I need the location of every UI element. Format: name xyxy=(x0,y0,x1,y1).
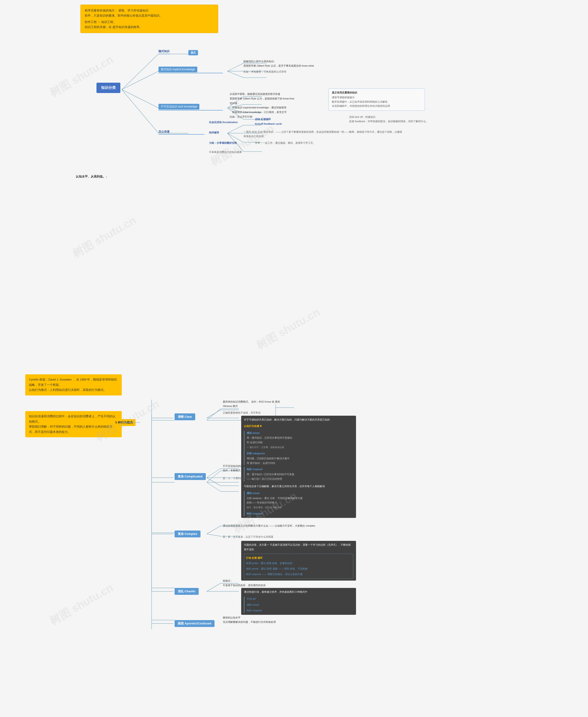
tacit-dark-box: 真正有用且重要的知识 课堂手课面积接接示 数学应用题中：从已知手段应用到用相应公… xyxy=(329,88,425,111)
kickoff-detail: 启动 kick off：传递知识 反馈 feedback：对学的接到想法，知识能… xyxy=(349,115,441,123)
svg-line-37 xyxy=(207,409,220,420)
complex-dark-box: 问题的决策，决方案一 不是被不是清楚可以见识的，需要一个学习的过程（无序式）、不… xyxy=(241,541,356,581)
branch-how: 怎么传递 xyxy=(159,130,169,133)
mode-chaotic-node: 混乱 Chaotic xyxy=(174,588,199,595)
five-modes-node: 5 种行为模式 xyxy=(112,419,135,426)
tutor-label: 结对辅导 xyxy=(209,131,219,134)
explicit-sub2: 比如：求知接受，三角形面积公式等等 xyxy=(244,70,287,73)
branch-tacit: 不可言说知识 tacit knowledge xyxy=(159,104,200,109)
branch-implicit: 隐式知识 xyxy=(159,49,169,53)
node-explicit-sub: 显式 xyxy=(188,50,198,55)
svg-line-26 xyxy=(227,133,244,142)
complicated-dark-box: 可能包含多个正确解案，解决方案之间存在关系，但并非每个人都能解清 感知 sens… xyxy=(241,482,356,518)
svg-line-71 xyxy=(207,534,220,536)
complicated-nature: 是：大、小系列简单问题，多个清楚模式的结合 xyxy=(223,477,276,480)
branch-explicit: 显式知识 explicit knowledge xyxy=(159,67,197,72)
complex-hard: 是：多、交叉复杂，认定了不存在什么东西器 xyxy=(223,535,273,539)
svg-line-2 xyxy=(122,71,159,89)
svg-line-67 xyxy=(207,478,220,486)
svg-line-8 xyxy=(227,63,244,71)
mode-clear-node: 清晰 Clear xyxy=(174,414,195,420)
center-node-1: 知识分类 xyxy=(97,83,120,93)
svg-line-12 xyxy=(227,71,244,78)
share-label: 大组：分享项结最好过程 xyxy=(209,141,237,145)
socialization-label: 社会化活动 Socialization xyxy=(209,121,238,124)
tutor-desc: 一系列 自动 互动 项目培训，——上到了某个数量的某标的东西，在这边经能清楚知道… xyxy=(244,130,404,138)
svg-line-45 xyxy=(207,482,220,491)
consumer-note-box: 知识在传递和消费的过程中，会在知识的消费者上，产生不同的认知模式。 帮助我们理解… xyxy=(25,411,122,437)
svg-line-63 xyxy=(207,468,220,478)
svg-line-69 xyxy=(207,526,220,534)
svg-line-6 xyxy=(122,89,159,133)
cynefin-framework-box: Cynefin 框架：David J. Snowden ， 在 1999 年，围… xyxy=(25,374,122,396)
clear-desc: 最简单的知识消费模式。 也叫：IKIO Know 或 显然 Obvious 模式 xyxy=(223,400,287,408)
svg-line-41 xyxy=(207,471,220,482)
complex-desc: 通过反观探索真正识别和解决方案什么去 —— 认知能力不足时，大多数比 compl… xyxy=(223,524,326,528)
chaotic-dark-box: 通过快速行动，最终建立快序，并快速脱离到 3 种模式中 行动 act 感知 se… xyxy=(241,588,356,615)
tacit-sub-left: 从实际中获取，能能通过说说描述的形式传递 英国哲学家 Gilbert Ryle … xyxy=(230,92,317,119)
mode-complex-node: 复杂 Complex xyxy=(174,530,201,537)
clear-correct: 正确答案唯独性不连续，无可争议 xyxy=(223,411,261,415)
share-desc: 学哥，一起工作，通过挑战、模仿、发现学习手工艺。 xyxy=(255,141,316,145)
not-alone: 不单单是消费自己的知识成果 xyxy=(209,150,242,154)
svg-line-73 xyxy=(207,583,220,591)
top-box-line2: 软件，只是知识的载体。软件的核心价值点是其中蕴知识。 xyxy=(85,13,214,18)
aporetic-desc: 最初的认知水平 无法理解要解决的问题，不能进行任何有效处理 xyxy=(223,615,276,624)
svg-line-22 xyxy=(227,125,244,133)
explicit-sub1: 能被找到人群中分享的知识。 英国哲学家 Gilbert Ryle 认识，是关于事… xyxy=(244,59,314,68)
cognitive-level-label: 认知水平、从高到低。↓ xyxy=(76,174,107,179)
svg-line-59 xyxy=(207,410,220,418)
mode-aporetic-node: 困惑 Aporetic/Confused xyxy=(174,620,214,627)
kickoff-area: 启动·反馈循环kickoff-feedback cycle xyxy=(255,117,342,126)
mode-complicated-node: 复杂 Complicated xyxy=(174,473,206,480)
complicated-desc: 不可言说知识的消费 也叫：专家模式 xyxy=(223,464,246,472)
svg-line-4 xyxy=(122,89,159,108)
svg-line-0 xyxy=(122,54,159,89)
chaotic-desc: 双模式： 不是基于知识的反应，是应激性的反应 xyxy=(223,579,266,587)
top-box-line1: 程序员最有价值的地方： 获取、学习并传递知识 xyxy=(85,8,214,13)
clear-dark-box: 对于可感知的关系已知的，解决方案已知的，问题与解决方案的关系是已知的 认知行为在… xyxy=(241,416,356,483)
